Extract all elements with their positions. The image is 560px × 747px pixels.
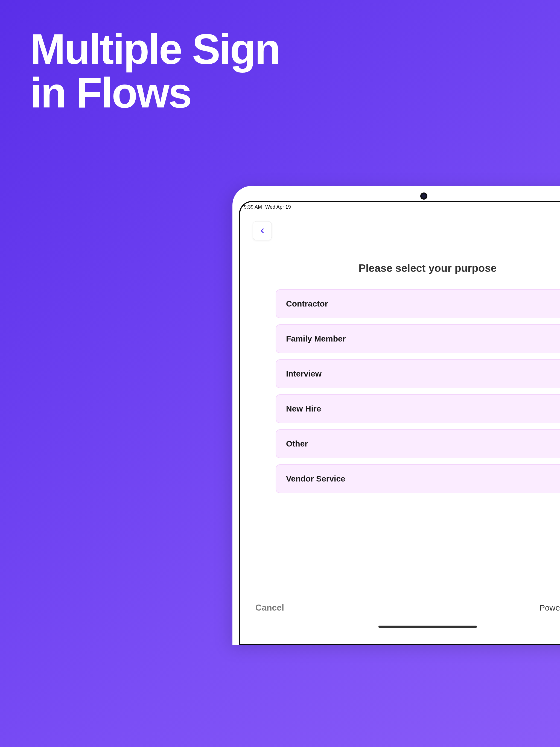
option-new-hire[interactable]: New Hire [276,394,560,423]
powered-by: Powered by v [539,603,560,613]
status-bar: 9:39 AM Wed Apr 19 [240,202,560,212]
option-label: Contractor [286,299,328,308]
hero-title-line2: in Flows [30,71,279,115]
back-button[interactable] [253,221,272,240]
content-area: Please select your purpose Contractor Fa… [240,262,560,493]
hero-title: Multiple Sign in Flows [30,27,279,114]
page-title: Please select your purpose [276,262,560,274]
status-time: 9:39 AM [244,204,262,210]
tablet-screen: 9:39 AM Wed Apr 19 Please select your pu… [239,201,560,645]
option-vendor-service[interactable]: Vendor Service [276,464,560,493]
option-label: Interview [286,369,322,379]
option-family-member[interactable]: Family Member [276,324,560,353]
cancel-button[interactable]: Cancel [255,602,284,613]
option-label: Vendor Service [286,474,345,483]
tablet-camera [420,192,427,200]
option-other[interactable]: Other [276,429,560,458]
powered-by-text: Powered by [539,603,560,613]
chevron-left-icon [258,227,266,235]
home-indicator [378,626,477,628]
option-label: Family Member [286,334,346,343]
option-contractor[interactable]: Contractor [276,289,560,318]
option-list: Contractor Family Member Inter [276,289,560,493]
hero-title-line1: Multiple Sign [30,27,279,71]
option-label: New Hire [286,404,321,413]
tablet-frame: 9:39 AM Wed Apr 19 Please select your pu… [232,186,560,645]
bottom-bar: Cancel Powered by v [240,602,560,613]
option-interview[interactable]: Interview [276,359,560,388]
option-label: Other [286,439,308,448]
status-date: Wed Apr 19 [265,204,291,210]
